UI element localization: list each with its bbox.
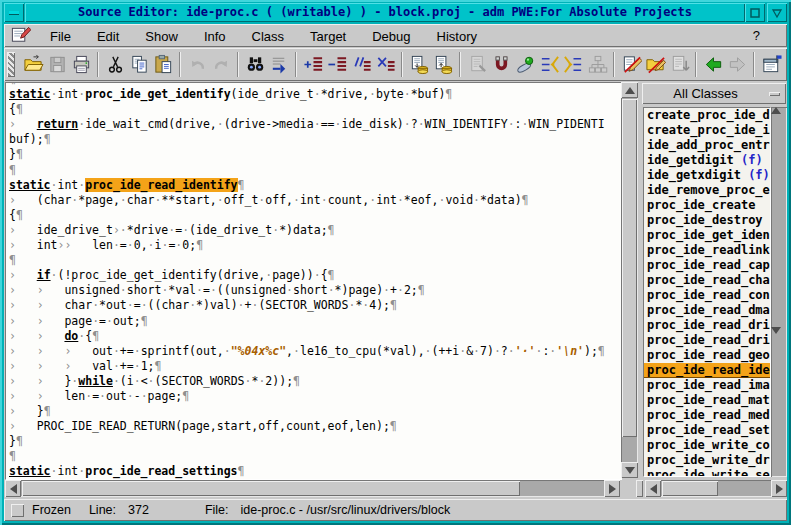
toolbar-separator <box>97 52 99 77</box>
scroll-right-button[interactable] <box>604 480 620 497</box>
class-list-item[interactable]: proc_ide_read_mat <box>644 393 770 408</box>
class-list-item[interactable]: proc_ide_read_dri <box>644 318 770 333</box>
menu-file[interactable]: File <box>37 26 84 47</box>
code-line: }¶ <box>9 147 621 162</box>
class-list-item[interactable]: proc_ide_destroy <box>644 213 770 228</box>
code-line: › int›› len·=·0,·i·=·0;¶ <box>9 238 621 253</box>
scroll-left-button[interactable] <box>645 480 661 497</box>
menu-edit[interactable]: Edit <box>84 26 132 47</box>
class-list-item[interactable]: proc_ide_readlink <box>644 243 770 258</box>
menu-info[interactable]: Info <box>191 26 239 47</box>
copy-button[interactable] <box>127 51 151 79</box>
shift-left-button[interactable] <box>325 51 349 79</box>
toggle-dir-writable-button[interactable] <box>643 51 667 79</box>
menu-history[interactable]: History <box>424 26 490 47</box>
cut-button[interactable] <box>103 51 127 79</box>
hierarchy-button <box>585 51 609 79</box>
class-list-item[interactable]: proc_ide_read_ide <box>644 363 770 378</box>
pane-splitter[interactable] <box>636 480 643 497</box>
class-filter-label: All Classes <box>642 86 769 101</box>
show-callers-icon <box>539 54 560 75</box>
toolbar-grip[interactable] <box>7 52 15 77</box>
class-list-horizontal-scrollbar[interactable] <box>645 480 787 497</box>
frozen-toggle[interactable] <box>11 504 24 517</box>
class-list-item[interactable]: proc_ide_read_dri <box>644 333 770 348</box>
history-forward-icon <box>727 54 748 75</box>
undo-icon <box>187 54 208 75</box>
code-line: › PROC_IDE_READ_RETURN(page,start,off,co… <box>9 419 621 434</box>
run-target-button[interactable] <box>513 51 537 79</box>
reload-file-icon <box>669 54 690 75</box>
titlebar[interactable]: Source Editor: ide-proc.c ( (writable) )… <box>4 3 787 22</box>
menu-debug[interactable]: Debug <box>359 26 423 47</box>
code-editor[interactable]: ¶static·int·proc_ide_get_identify(ide_dr… <box>5 82 622 480</box>
check-out-button[interactable] <box>431 51 455 79</box>
toggle-file-writable-icon <box>621 54 642 75</box>
class-filter-dropdown[interactable]: All Classes <box>642 83 786 104</box>
uncomment-icon <box>375 54 396 75</box>
window-menu-button[interactable] <box>4 3 24 22</box>
class-list-item[interactable]: proc_ide_write_se <box>644 468 770 477</box>
class-list-item[interactable]: create_proc_ide_d <box>644 108 770 123</box>
editor-horizontal-scrollbar[interactable] <box>5 480 620 497</box>
grep-button[interactable] <box>489 51 513 79</box>
toolbar-separator <box>237 52 239 77</box>
scroll-right-button[interactable] <box>771 480 787 497</box>
class-list-item[interactable]: ide_getdigit (f) <box>644 153 770 168</box>
class-list-item[interactable]: proc_ide_read_cha <box>644 273 770 288</box>
class-list-item[interactable]: proc_ide_read_ima <box>644 378 770 393</box>
editor-vertical-scrollbar[interactable] <box>621 82 638 478</box>
toolbar-separator <box>753 52 755 77</box>
scroll-down-button[interactable] <box>771 327 787 342</box>
scrollbar-thumb[interactable] <box>22 481 520 496</box>
class-list-item[interactable]: proc_ide_read_cap <box>644 258 770 273</box>
class-list-item[interactable]: proc_ide_read_dma <box>644 303 770 318</box>
menu-target[interactable]: Target <box>297 26 359 47</box>
class-list-item[interactable]: proc_ide_create <box>644 198 770 213</box>
class-list-item[interactable]: proc_ide_write_co <box>644 438 770 453</box>
class-list-item[interactable]: ide_getxdigit (f) <box>644 168 770 183</box>
class-list-item[interactable]: proc_ide_read_con <box>644 288 770 303</box>
find-button[interactable] <box>243 51 267 79</box>
properties-button[interactable] <box>759 51 783 79</box>
show-callers-button[interactable] <box>537 51 561 79</box>
show-callees-button[interactable] <box>561 51 585 79</box>
toggle-file-writable-button[interactable] <box>619 51 643 79</box>
scrollbar-thumb[interactable] <box>771 122 785 327</box>
paste-button[interactable] <box>151 51 175 79</box>
code-line: buf);¶ <box>9 132 621 147</box>
history-back-button[interactable] <box>701 51 725 79</box>
maximize-button[interactable] <box>745 3 765 22</box>
class-list-item[interactable]: proc_ide_read_geo <box>644 348 770 363</box>
class-list-vertical-scrollbar[interactable] <box>771 107 787 477</box>
scroll-up-button[interactable] <box>621 82 638 98</box>
print-button[interactable] <box>69 51 93 79</box>
scrollbar-thumb[interactable] <box>622 99 637 437</box>
uncomment-button[interactable] <box>373 51 397 79</box>
comment-button[interactable] <box>349 51 373 79</box>
menu-class[interactable]: Class <box>239 26 298 47</box>
code-line: }¶ <box>9 434 621 449</box>
shade-icon <box>771 7 783 19</box>
shade-button[interactable] <box>767 3 787 22</box>
class-list-item[interactable]: ide_remove_proc_e <box>644 183 770 198</box>
class-list-item[interactable]: create_proc_ide_i <box>644 123 770 138</box>
class-list-item[interactable]: proc_ide_write_dr <box>644 453 770 468</box>
shift-right-button[interactable] <box>301 51 325 79</box>
menu-show[interactable]: Show <box>132 26 191 47</box>
check-in-button[interactable] <box>407 51 431 79</box>
toolbar-separator <box>295 52 297 77</box>
scroll-down-button[interactable] <box>621 462 638 478</box>
option-menu-indicator <box>769 92 780 96</box>
class-list[interactable]: create_proc_ide_dcreate_proc_ide_iide_ad… <box>643 107 771 477</box>
scrollbar-thumb[interactable] <box>662 481 718 496</box>
menu-help[interactable]: ? <box>740 25 773 46</box>
class-list-item[interactable]: ide_add_proc_entr <box>644 138 770 153</box>
class-list-item[interactable]: proc_ide_get_iden <box>644 228 770 243</box>
class-list-item[interactable]: proc_ide_read_set <box>644 423 770 438</box>
scroll-up-button[interactable] <box>771 107 787 122</box>
class-list-item[interactable]: proc_ide_read_med <box>644 408 770 423</box>
open-file-button[interactable] <box>21 51 45 79</box>
goto-line-button[interactable] <box>267 51 291 79</box>
scroll-left-button[interactable] <box>5 480 21 497</box>
